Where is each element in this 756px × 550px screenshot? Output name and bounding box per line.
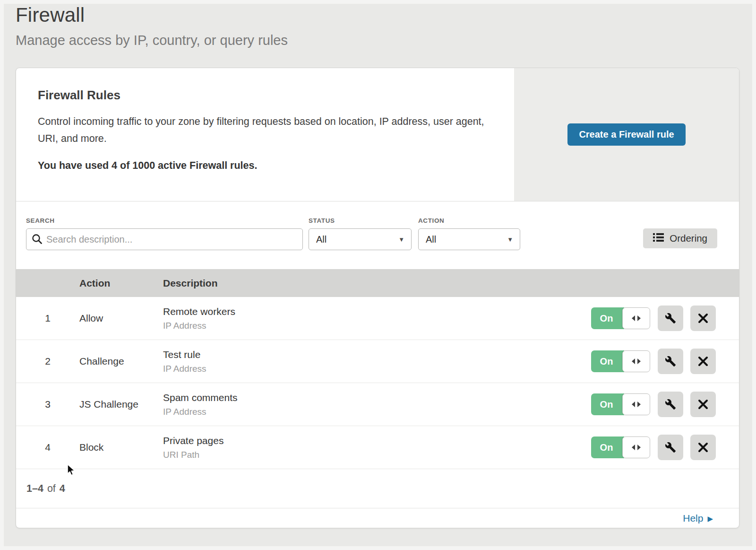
rule-enabled-toggle[interactable]: On [591,393,650,415]
help-label: Help [683,513,703,524]
left-right-arrows-icon [632,315,641,321]
rule-description: Test rule [163,349,206,360]
edit-rule-button[interactable] [658,392,683,417]
status-selected-value: All [316,234,326,245]
rule-match-field: IP Address [163,364,206,374]
rule-match-field: IP Address [163,407,238,417]
close-icon [698,356,708,367]
edit-rule-button[interactable] [658,435,683,460]
toggle-on-label: On [591,307,624,329]
wrench-icon [665,442,676,453]
wrench-icon [665,399,676,410]
toggle-knob[interactable] [622,437,650,458]
search-box [26,228,303,250]
pagination: 1–4 of 4 [16,469,739,508]
action-selected-value: All [426,234,436,245]
table-row: 4 Block Private pages URI Path On [16,426,739,469]
page-title: Firewall [16,4,756,26]
rule-priority: 1 [16,313,79,324]
close-icon [698,442,708,453]
search-label: SEARCH [26,217,303,224]
delete-rule-button[interactable] [690,392,716,417]
filter-bar: SEARCH STATUS All ▼ ACTION All ▼ [16,201,739,269]
rule-controls: On [591,392,739,417]
rule-description-cell: Private pages URI Path [163,435,223,460]
left-right-arrows-icon [632,358,641,364]
toggle-on-label: On [591,437,624,458]
rule-description: Remote workers [163,306,235,317]
table-row: 1 Allow Remote workers IP Address On [16,297,739,340]
help-link[interactable]: Help ▶ [683,513,713,524]
left-right-arrows-icon [632,402,641,407]
rule-enabled-toggle[interactable]: On [591,350,650,372]
rule-description-cell: Remote workers IP Address [163,306,235,331]
toggle-on-label: On [591,350,624,372]
table-row: 3 JS Challenge Spam comments IP Address … [16,383,739,426]
edit-rule-button[interactable] [658,349,683,374]
ordering-button[interactable]: Ordering [643,228,717,248]
action-label: ACTION [418,217,520,224]
rule-match-field: IP Address [163,321,235,331]
pagination-total: 4 [60,483,65,495]
ordering-label: Ordering [670,233,707,244]
search-input[interactable] [26,228,303,250]
rule-controls: On [591,435,739,460]
arrow-right-icon: ▶ [707,514,713,522]
create-firewall-rule-button[interactable]: Create a Firewall rule [567,123,685,146]
table-row: 2 Challenge Test rule IP Address On [16,340,739,383]
search-filter-group: SEARCH [26,217,303,250]
rule-controls: On [591,306,739,331]
rule-description: Spam comments [163,392,238,403]
table-header: Action Description [16,269,739,297]
toggle-on-label: On [591,393,624,415]
delete-rule-button[interactable] [690,306,716,331]
toggle-knob[interactable] [622,350,650,372]
pagination-range: 1–4 [26,483,43,495]
rule-enabled-toggle[interactable]: On [591,307,650,329]
rule-description-cell: Test rule IP Address [163,349,206,374]
rule-action: Allow [79,313,163,324]
status-filter-group: STATUS All ▼ [309,217,412,250]
action-filter-group: ACTION All ▼ [418,217,520,250]
column-header-description: Description [163,278,218,289]
search-icon [32,234,43,246]
wrench-icon [665,356,676,367]
toggle-knob[interactable] [622,307,650,329]
rule-description-cell: Spam comments IP Address [163,392,238,417]
status-label: STATUS [309,217,412,224]
toggle-knob[interactable] [622,393,650,415]
chevron-down-icon: ▼ [398,236,404,243]
action-select[interactable]: All ▼ [418,228,520,250]
rule-action: JS Challenge [79,399,163,410]
firewall-rules-hero: Firewall Rules Control incoming traffic … [16,68,739,201]
card-footer: Help ▶ [16,508,739,528]
pagination-of: of [47,483,56,495]
rule-controls: On [591,349,739,374]
delete-rule-button[interactable] [690,435,716,460]
rule-priority: 2 [16,356,79,367]
column-header-action: Action [79,278,163,289]
section-title: Firewall Rules [38,88,495,103]
close-icon [698,399,708,410]
rule-enabled-toggle[interactable]: On [591,437,650,458]
delete-rule-button[interactable] [690,349,716,374]
wrench-icon [665,313,676,324]
section-description: Control incoming traffic to your zone by… [38,113,486,147]
usage-summary: You have used 4 of 1000 active Firewall … [38,160,495,172]
status-select[interactable]: All ▼ [309,228,412,250]
left-right-arrows-icon [632,445,641,450]
page-subtitle: Manage access by IP, country, or query r… [16,33,756,48]
create-rule-panel: Create a Firewall rule [514,68,739,201]
rule-action: Block [79,442,163,453]
page-header: Firewall Manage access by IP, country, o… [0,0,756,68]
firewall-rules-card: Firewall Rules Control incoming traffic … [16,68,739,528]
rule-priority: 3 [16,399,79,410]
chevron-down-icon: ▼ [507,236,513,243]
rule-priority: 4 [16,442,79,453]
bulleted-list-icon [653,233,664,244]
hero-text-block: Firewall Rules Control incoming traffic … [16,68,514,201]
edit-rule-button[interactable] [658,306,683,331]
close-icon [698,313,708,323]
rule-action: Challenge [79,356,163,367]
rule-description: Private pages [163,435,223,446]
